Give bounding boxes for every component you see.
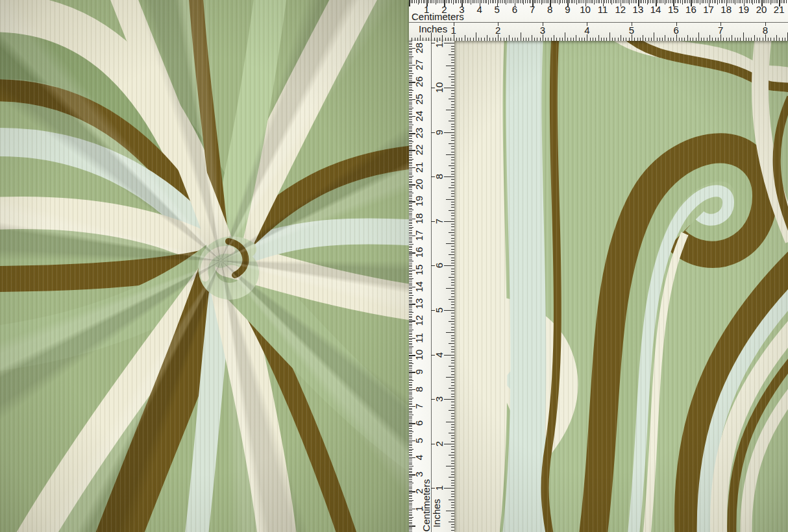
mm-tick	[619, 0, 619, 3]
mm-tick	[763, 0, 764, 3]
inch-fraction-tick	[504, 38, 504, 42]
cm-number: 14	[414, 281, 424, 292]
inch-fraction-tick	[509, 35, 510, 41]
mm-tick	[493, 0, 494, 3]
inch-fraction-tick	[451, 449, 455, 450]
inch-number: 8	[763, 25, 768, 35]
inch-fraction-tick	[687, 35, 688, 41]
inch-fraction-tick	[451, 146, 455, 147]
mm-tick	[728, 0, 728, 3]
mm-tick	[409, 80, 412, 81]
inch-fraction-tick	[451, 238, 455, 239]
inch-fraction-tick	[462, 38, 462, 42]
inch-fraction-tick	[451, 93, 455, 94]
cm-number: 10	[580, 5, 591, 14]
inch-fraction-tick	[579, 38, 580, 42]
mm-tick	[495, 0, 496, 3]
mm-tick	[566, 0, 567, 3]
mm-tick	[409, 49, 412, 50]
mm-tick	[670, 0, 671, 3]
inch-fraction-tick	[451, 260, 455, 261]
inch-fraction-tick	[532, 35, 532, 41]
mm-tick	[747, 0, 748, 3]
cm-number: 1	[424, 5, 429, 14]
inch-fraction-tick	[451, 46, 455, 47]
fabric-product-photo: Centimeters Inches 123456789101112131415…	[0, 0, 788, 532]
inch-fraction-tick	[446, 288, 454, 289]
inch-fraction-tick	[743, 32, 744, 41]
mm-tick	[752, 0, 753, 5]
mm-tick	[409, 428, 412, 429]
mm-tick	[409, 367, 412, 367]
mm-tick	[432, 0, 432, 3]
inch-fraction-tick	[451, 196, 455, 197]
mm-tick	[409, 502, 412, 502]
mm-tick	[492, 0, 493, 3]
mm-tick	[409, 152, 412, 152]
mm-tick	[409, 311, 412, 311]
inch-fraction-tick	[500, 38, 501, 42]
mm-tick	[409, 89, 412, 90]
inch-fraction-tick	[759, 38, 760, 42]
inch-fraction-tick	[451, 463, 455, 464]
inch-number: 11	[434, 41, 444, 48]
inch-fraction-tick	[449, 477, 454, 478]
cm-number: 23	[414, 128, 424, 139]
mm-tick	[510, 0, 510, 3]
mm-tick	[409, 75, 412, 76]
inch-fraction-tick	[451, 349, 455, 350]
mm-tick	[765, 0, 765, 3]
mm-tick	[409, 514, 412, 514]
inch-fraction-tick	[451, 241, 455, 241]
mm-tick	[520, 0, 521, 3]
inch-fraction-tick	[451, 171, 455, 172]
cm-number: 15	[668, 5, 679, 14]
inch-fraction-tick	[476, 32, 476, 41]
mm-tick	[735, 0, 735, 5]
mm-tick	[604, 0, 605, 3]
inch-fraction-tick	[648, 38, 649, 42]
inch-tick	[444, 221, 454, 222]
cm-number: 11	[598, 5, 608, 14]
inch-fraction-tick	[451, 446, 455, 447]
mm-tick	[436, 0, 436, 5]
mm-tick	[409, 284, 412, 284]
mm-tick	[628, 0, 628, 3]
mm-tick	[409, 507, 412, 507]
mm-tick	[409, 77, 412, 77]
mm-tick	[409, 169, 412, 169]
inch-fraction-tick	[451, 330, 455, 330]
mm-tick	[409, 452, 412, 453]
mm-tick	[733, 0, 734, 3]
inch-fraction-tick	[449, 254, 454, 255]
mm-tick	[409, 67, 412, 67]
mm-tick	[409, 360, 412, 361]
mm-tick	[409, 444, 412, 444]
inch-fraction-tick	[451, 219, 455, 219]
mm-tick	[409, 374, 412, 374]
mm-tick	[668, 0, 669, 3]
inch-fraction-tick	[451, 118, 455, 119]
mm-tick	[409, 450, 412, 451]
inch-fraction-tick	[451, 308, 455, 308]
cm-number: 6	[414, 420, 424, 426]
mm-tick	[559, 0, 560, 5]
mm-tick	[409, 481, 412, 482]
mm-tick	[458, 0, 459, 3]
inch-fraction-tick	[565, 32, 565, 41]
mm-tick	[416, 0, 417, 3]
inch-fraction-tick	[484, 38, 485, 42]
mm-tick	[409, 517, 413, 518]
mm-tick	[557, 0, 558, 3]
inch-number: 10	[434, 82, 444, 93]
inch-fraction-tick	[545, 38, 546, 42]
inch-fraction-tick	[651, 38, 652, 42]
inch-fraction-tick	[451, 79, 455, 80]
inch-fraction-tick	[481, 38, 482, 42]
inch-fraction-tick	[451, 127, 455, 127]
inch-fraction-tick	[449, 99, 454, 99]
mm-tick	[409, 293, 412, 294]
mm-tick	[730, 0, 730, 3]
mm-tick	[584, 0, 584, 3]
inch-fraction-tick	[420, 35, 421, 41]
